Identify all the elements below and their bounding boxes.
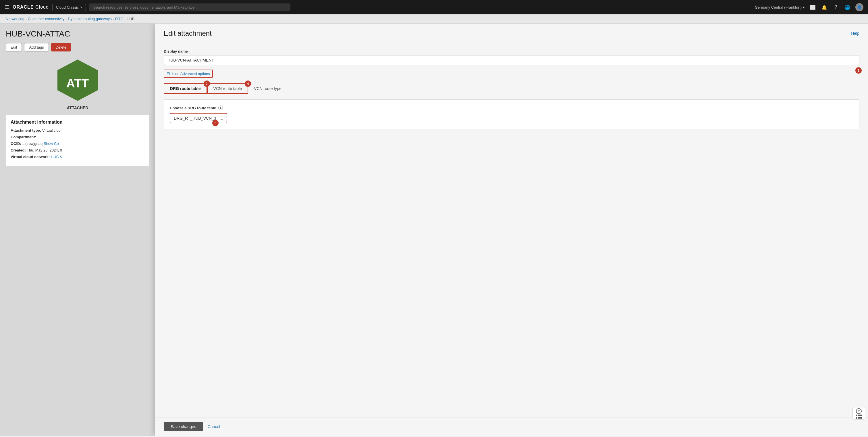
compartment-row: Compartment:	[11, 135, 145, 139]
dot-1	[856, 414, 857, 416]
info-title: Attachment information	[11, 120, 145, 125]
dot-5	[858, 417, 860, 418]
cloud-classic-button[interactable]: Cloud Classic >	[52, 4, 86, 11]
vcn-link[interactable]: HUB-V	[51, 155, 62, 159]
tab-vcn-route-table[interactable]: VCN route table	[207, 83, 248, 94]
oracle-logo: ORACLE Cloud	[13, 5, 49, 10]
page-title: HUB-VCN-ATTAC	[6, 29, 149, 38]
dot-2	[858, 414, 860, 416]
breadcrumb-drg[interactable]: DRG	[115, 17, 123, 21]
tab-drg-route-table[interactable]: DRG route table	[164, 83, 207, 94]
info-icon[interactable]: ℹ	[218, 106, 223, 110]
help-widget-ring: ?	[856, 408, 862, 414]
attachment-type-row: Attachment type: Virtual clou	[11, 128, 145, 133]
avatar[interactable]: 👤	[855, 3, 863, 11]
monitor-icon[interactable]: ⬜	[809, 4, 816, 11]
drg-route-section: Choose a DRG route table ℹ DRG_RT_HUB_VC…	[164, 99, 859, 129]
region-selector[interactable]: Germany Central (Frankfurt) ▾	[755, 5, 805, 9]
help-link[interactable]: Help	[851, 31, 859, 36]
panel-body: Display name ⊟ Hide Advanced options 1 D…	[155, 42, 868, 417]
created-row: Created: Thu, May 23, 2024, 0	[11, 148, 145, 152]
dot-6	[860, 417, 862, 418]
advanced-options-toggle[interactable]: ⊟ Hide Advanced options	[164, 69, 213, 78]
breadcrumb-dynamic-routing-gateways[interactable]: Dynamic routing gateways	[68, 17, 112, 21]
att-status-label: ATTACHED	[67, 106, 89, 110]
delete-button[interactable]: Delete	[51, 43, 71, 52]
panel-footer: Save changes Cancel	[155, 417, 868, 436]
save-changes-button[interactable]: Save changes	[164, 422, 203, 431]
tab-vcn-route-type[interactable]: VCN route type	[248, 84, 287, 93]
badge-3: 3	[212, 120, 219, 126]
tabs-container: DRG route table 2 VCN route table 4 VCN …	[164, 83, 859, 94]
bell-icon[interactable]: 🔔	[821, 4, 828, 11]
breadcrumb: Networking › Customer connectivity › Dyn…	[0, 14, 868, 24]
ocid-copy-link[interactable]: Co	[54, 141, 59, 146]
dot-4	[856, 417, 857, 418]
display-name-input[interactable]	[164, 55, 859, 65]
globe-icon[interactable]: 🌐	[844, 4, 851, 11]
ocid-row: OCID: ...rjrbwjgnaq Show Co	[11, 141, 145, 146]
edit-button[interactable]: Edit	[6, 43, 22, 52]
badge-1: 1	[855, 67, 862, 74]
route-select-wrapper: DRG_RT_HUB_VCN_3 ⌄	[170, 113, 227, 123]
hamburger-icon[interactable]: ☰	[5, 4, 9, 10]
panel-header: Edit attachment Help	[155, 24, 868, 42]
help-widget-dots	[856, 414, 862, 418]
breadcrumb-customer-connectivity[interactable]: Customer connectivity	[28, 17, 65, 21]
action-bar: Edit Add tags Delete	[6, 43, 149, 52]
cancel-button[interactable]: Cancel	[208, 424, 220, 429]
display-name-label: Display name	[164, 49, 859, 54]
info-section: Attachment information Attachment type: …	[6, 115, 149, 166]
advanced-wrapper: ⊟ Hide Advanced options 1	[164, 69, 859, 78]
help-icon[interactable]: ?	[832, 4, 839, 11]
top-nav: ☰ ORACLE Cloud Cloud Classic > Germany C…	[0, 0, 868, 14]
search-input[interactable]	[89, 3, 290, 11]
sliders-icon: ⊟	[166, 71, 170, 76]
help-widget[interactable]: ?	[852, 407, 865, 420]
route-label: Choose a DRG route table	[170, 106, 216, 110]
page-footer: Terms of Use and Privacy Cookie Preferen…	[0, 436, 868, 437]
badge-3-wrapper: DRG_RT_HUB_VCN_3 ⌄ 3	[170, 113, 227, 123]
nav-right: Germany Central (Frankfurt) ▾ ⬜ 🔔 ? 🌐 👤	[755, 3, 863, 11]
slide-panel: Edit attachment Help Display name ⊟ Hide…	[155, 24, 868, 436]
main-area: HUB-VCN-ATTAC Edit Add tags Delete ATT A…	[0, 24, 868, 436]
breadcrumb-sep-3: ›	[113, 17, 114, 21]
breadcrumb-hub: HUB	[127, 17, 134, 21]
breadcrumb-sep-2: ›	[66, 17, 67, 21]
add-tags-button[interactable]: Add tags	[24, 43, 49, 52]
left-panel: HUB-VCN-ATTAC Edit Add tags Delete ATT A…	[0, 24, 155, 436]
route-label-row: Choose a DRG route table ℹ	[170, 106, 854, 110]
panel-title: Edit attachment	[164, 29, 212, 37]
dot-3	[860, 414, 862, 416]
breadcrumb-networking[interactable]: Networking	[6, 17, 24, 21]
att-icon-container: ATT ATTACHED	[6, 57, 149, 110]
ocid-show-link[interactable]: Show	[44, 141, 53, 146]
vcn-row: Virtual cloud network: HUB-V	[11, 155, 145, 159]
att-hexagon: ATT	[55, 57, 100, 103]
svg-text:ATT: ATT	[66, 77, 89, 90]
breadcrumb-sep-4: ›	[124, 17, 126, 21]
breadcrumb-sep-1: ›	[26, 17, 27, 21]
